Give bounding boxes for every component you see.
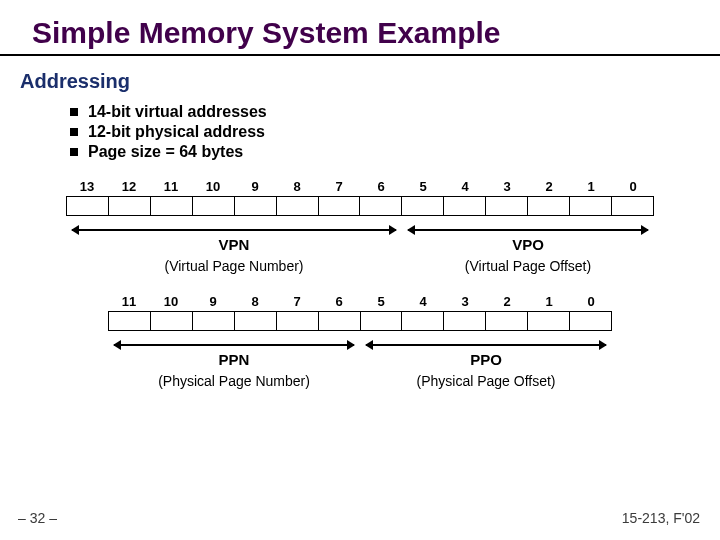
virtual-range-row: VPN (Virtual Page Number) VPO (Virtual P… xyxy=(66,222,654,274)
bit-cell xyxy=(318,311,360,331)
bit-cell xyxy=(569,196,611,216)
bit-label: 5 xyxy=(402,179,444,194)
bit-cell xyxy=(66,196,108,216)
virtual-bit-labels: 131211109876543210 xyxy=(66,179,654,194)
ppo-full: (Physical Page Offset) xyxy=(360,373,612,389)
bit-label: 6 xyxy=(360,179,402,194)
bit-label: 10 xyxy=(192,179,234,194)
bit-cell xyxy=(150,196,192,216)
bit-label: 9 xyxy=(234,179,276,194)
slide-number: – 32 – xyxy=(18,510,57,526)
bullet-marker xyxy=(70,148,78,156)
bit-cell xyxy=(234,311,276,331)
course-tag: 15-213, F'02 xyxy=(622,510,700,526)
bit-label: 7 xyxy=(318,179,360,194)
bit-cell xyxy=(192,196,234,216)
bit-cell xyxy=(443,196,485,216)
bit-cell xyxy=(276,196,318,216)
bullet-item: 14-bit virtual addresses xyxy=(70,103,720,121)
bit-label: 0 xyxy=(570,294,612,309)
bit-cell xyxy=(485,196,527,216)
vpo-segment: VPO (Virtual Page Offset) xyxy=(402,222,654,274)
vpo-full: (Virtual Page Offset) xyxy=(402,258,654,274)
bit-label: 11 xyxy=(150,179,192,194)
bullet-text: Page size = 64 bytes xyxy=(88,143,243,161)
bit-cell xyxy=(359,196,401,216)
bit-cell xyxy=(569,311,611,331)
bit-cell xyxy=(401,311,443,331)
ppn-full: (Physical Page Number) xyxy=(108,373,360,389)
bit-cell xyxy=(485,311,527,331)
bit-label: 9 xyxy=(192,294,234,309)
bit-label: 4 xyxy=(444,179,486,194)
bit-label: 2 xyxy=(528,179,570,194)
bit-label: 3 xyxy=(444,294,486,309)
vpn-abbr: VPN xyxy=(213,236,256,253)
bit-label: 0 xyxy=(612,179,654,194)
bit-cell xyxy=(527,196,569,216)
bit-label: 6 xyxy=(318,294,360,309)
bit-cell xyxy=(234,196,276,216)
virtual-bit-boxes xyxy=(66,196,654,216)
bullet-marker xyxy=(70,128,78,136)
bit-cell xyxy=(360,311,402,331)
bit-cell xyxy=(318,196,360,216)
bit-cell xyxy=(108,196,150,216)
ppo-abbr: PPO xyxy=(464,351,508,368)
bullet-item: Page size = 64 bytes xyxy=(70,143,720,161)
bit-label: 12 xyxy=(108,179,150,194)
bullet-marker xyxy=(70,108,78,116)
bit-cell xyxy=(527,311,569,331)
virtual-address-diagram: 131211109876543210 VPN (Virtual Page Num… xyxy=(66,179,654,274)
vpn-full: (Virtual Page Number) xyxy=(66,258,402,274)
bit-label: 8 xyxy=(234,294,276,309)
section-heading: Addressing xyxy=(0,70,720,93)
bit-label: 5 xyxy=(360,294,402,309)
bit-label: 11 xyxy=(108,294,150,309)
physical-bit-labels: 11109876543210 xyxy=(108,294,612,309)
bullet-text: 14-bit virtual addresses xyxy=(88,103,267,121)
ppn-abbr: PPN xyxy=(213,351,256,368)
bit-label: 1 xyxy=(570,179,612,194)
bullet-text: 12-bit physical address xyxy=(88,123,265,141)
ppo-segment: PPO (Physical Page Offset) xyxy=(360,337,612,389)
bit-cell xyxy=(443,311,485,331)
bit-cell xyxy=(276,311,318,331)
slide-title: Simple Memory System Example xyxy=(0,10,720,56)
bit-label: 4 xyxy=(402,294,444,309)
bullet-list: 14-bit virtual addresses 12-bit physical… xyxy=(0,103,720,161)
ppn-segment: PPN (Physical Page Number) xyxy=(108,337,360,389)
bullet-item: 12-bit physical address xyxy=(70,123,720,141)
vpo-abbr: VPO xyxy=(506,236,550,253)
bit-label: 7 xyxy=(276,294,318,309)
bit-cell xyxy=(108,311,150,331)
bit-label: 8 xyxy=(276,179,318,194)
bit-label: 1 xyxy=(528,294,570,309)
bit-cell xyxy=(611,196,653,216)
bit-label: 10 xyxy=(150,294,192,309)
bit-cell xyxy=(150,311,192,331)
physical-range-row: PPN (Physical Page Number) PPO (Physical… xyxy=(108,337,612,389)
bit-cell xyxy=(192,311,234,331)
physical-bit-boxes xyxy=(108,311,612,331)
bit-label: 2 xyxy=(486,294,528,309)
physical-address-diagram: 11109876543210 PPN (Physical Page Number… xyxy=(108,294,612,389)
bit-label: 3 xyxy=(486,179,528,194)
vpn-segment: VPN (Virtual Page Number) xyxy=(66,222,402,274)
bit-cell xyxy=(401,196,443,216)
bit-label: 13 xyxy=(66,179,108,194)
